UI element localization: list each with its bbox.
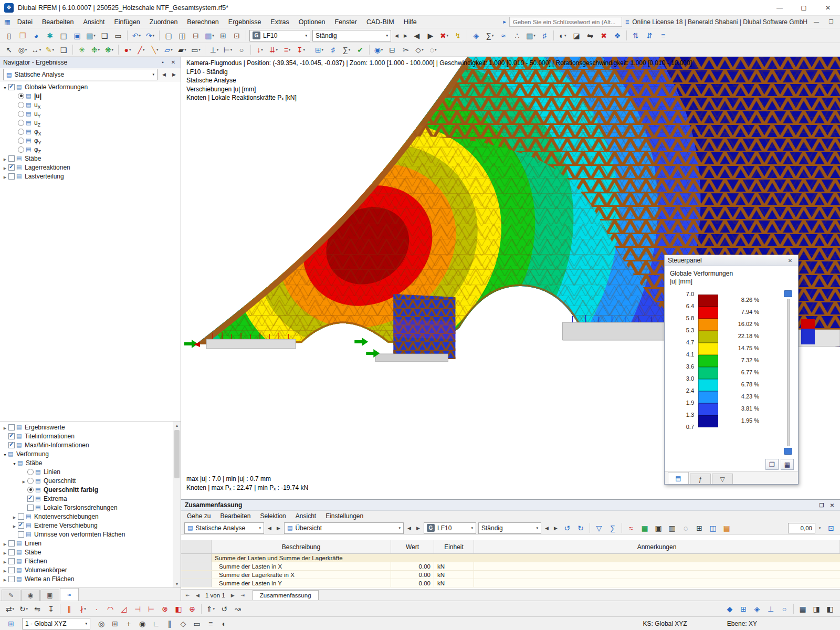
- undo-button[interactable]: ↶: [130, 29, 143, 41]
- tab-filter[interactable]: ▽: [712, 474, 733, 484]
- save-table-button[interactable]: ▣: [652, 522, 665, 534]
- navigator-tab-results[interactable]: ≈: [60, 588, 79, 601]
- close-icon[interactable]: [785, 258, 795, 264]
- render-mode-button[interactable]: ◐: [556, 29, 569, 41]
- panel-toggle-button[interactable]: ◨: [810, 603, 823, 615]
- snap-tangent-button[interactable]: ○: [778, 603, 791, 615]
- dimension-button[interactable]: ↔: [30, 44, 43, 56]
- edit-mode-button[interactable]: ↖: [3, 44, 15, 56]
- color-rows-button[interactable]: ▤: [720, 522, 733, 534]
- print-table-button[interactable]: ▥: [666, 522, 678, 534]
- result-table-button[interactable]: ▦: [524, 29, 537, 41]
- clone-button[interactable]: ❑: [57, 44, 70, 56]
- menu-item[interactable]: Bearbeiten: [37, 17, 78, 27]
- tree-control[interactable]: [27, 469, 34, 475]
- zoom-window-button[interactable]: ◌: [427, 44, 439, 56]
- tree-item-uy[interactable]: uY: [0, 109, 181, 118]
- expander-icon[interactable]: [2, 83, 8, 91]
- tree-control[interactable]: [8, 549, 15, 555]
- tree-control[interactable]: [18, 531, 24, 538]
- scroll-down-icon[interactable]: ▼: [173, 580, 181, 587]
- chamfer-button[interactable]: ◿: [118, 603, 130, 615]
- expander-icon[interactable]: [12, 513, 17, 520]
- tree-control[interactable]: [18, 513, 24, 520]
- summary-menu-item[interactable]: Bearbeiten: [215, 511, 255, 521]
- shadow-button[interactable]: ◪: [570, 29, 583, 41]
- close-button[interactable]: [816, 0, 840, 15]
- column-header[interactable]: Wert: [391, 540, 434, 553]
- paste-button[interactable]: ▭: [112, 29, 124, 41]
- expander-icon[interactable]: [2, 575, 8, 583]
- nodal-load-button[interactable]: ↓: [254, 44, 266, 56]
- summary-menu-item[interactable]: Einstellungen: [321, 511, 368, 521]
- pin-icon[interactable]: ▪: [159, 59, 167, 65]
- summary-menu-item[interactable]: Gehe zu: [182, 511, 215, 521]
- comment-button[interactable]: ✎: [44, 44, 56, 56]
- show-results-button[interactable]: ↯: [452, 29, 464, 41]
- table-row[interactable]: Summe der Lagerkräfte in X 0.00 kN: [181, 571, 840, 579]
- decimal-places-button[interactable]: ∑: [606, 522, 619, 534]
- tab-faktoren[interactable]: ƒ: [690, 474, 711, 484]
- tree-control[interactable]: [18, 522, 24, 529]
- search-input[interactable]: [512, 18, 620, 26]
- ortho-toggle[interactable]: ∟: [150, 617, 162, 629]
- project-button[interactable]: ↧: [45, 603, 57, 615]
- environment-button[interactable]: ❋: [103, 44, 116, 56]
- last-page-button[interactable]: [238, 591, 247, 600]
- tree-control[interactable]: [18, 102, 24, 108]
- render-toggle[interactable]: ◐: [218, 617, 230, 629]
- expander-icon[interactable]: [2, 558, 8, 565]
- member-load-button[interactable]: ⇊: [267, 44, 280, 56]
- insert-node-button[interactable]: ∙: [90, 603, 103, 615]
- mesh-button[interactable]: ⊞: [313, 44, 326, 56]
- table-toggle-button[interactable]: ▦: [796, 603, 809, 615]
- connect-members-button[interactable]: ∥: [63, 603, 76, 615]
- previous-loadcase-arrow[interactable]: [392, 30, 401, 41]
- navigator-tab-display[interactable]: ◉: [21, 590, 40, 601]
- tree-item-phix[interactable]: φX: [0, 127, 181, 136]
- summary-menu-item[interactable]: Selektion: [255, 511, 290, 521]
- tree-control[interactable]: [8, 155, 15, 162]
- snap-settings-button[interactable]: ◎: [16, 44, 29, 56]
- navigator-toggle-button[interactable]: ◧: [824, 603, 836, 615]
- panel-options-button[interactable]: ▦: [781, 459, 794, 470]
- new-model-button[interactable]: ▯: [3, 29, 15, 41]
- menu-item[interactable]: CAD-BIM: [362, 17, 399, 27]
- select-mode-toggle[interactable]: ▭: [191, 617, 203, 629]
- open-model-button[interactable]: ❒: [16, 29, 29, 41]
- tree-item-extreme-verschiebung[interactable]: Extreme Verschiebung: [0, 521, 172, 530]
- tree-item-linien-darstellung[interactable]: Linien: [0, 467, 172, 476]
- printer-button[interactable]: ▥: [85, 29, 97, 41]
- slider-min-handle[interactable]: [784, 448, 792, 455]
- summary-analysis-combo[interactable]: Statische Analyse: [184, 522, 264, 534]
- menu-item[interactable]: Berechnen: [182, 17, 223, 27]
- tree-item-max-min-informationen[interactable]: Max/Min-Informationen: [0, 440, 172, 449]
- child-restore-icon[interactable]: [825, 17, 837, 27]
- tree-item-staebe-anzeige[interactable]: Stäbe: [0, 548, 172, 556]
- expander-icon[interactable]: [2, 155, 8, 162]
- tree-item-linien[interactable]: Linien: [0, 539, 172, 548]
- tree-item-globale-verformungen[interactable]: Globale Verformungen: [0, 82, 181, 91]
- view-split-button[interactable]: ◫: [176, 29, 188, 41]
- tree-item-staebe[interactable]: Stäbe: [0, 154, 181, 163]
- tree-control[interactable]: [18, 111, 24, 117]
- next-table-arrow[interactable]: [274, 522, 283, 533]
- expander-icon[interactable]: [12, 459, 17, 467]
- cancel-button[interactable]: ✖: [597, 29, 610, 41]
- close-icon[interactable]: ✕: [828, 502, 836, 508]
- guidelines-toggle[interactable]: ∥: [163, 617, 176, 629]
- table-section-row[interactable]: Summe der Lasten und Summe der Lagerkräf…: [181, 554, 840, 562]
- tree-control[interactable]: [8, 540, 15, 547]
- terrain-button[interactable]: ❉: [89, 44, 102, 56]
- prev-loadcase-button[interactable]: ◀: [411, 29, 423, 41]
- menu-item[interactable]: Hilfe: [399, 17, 422, 27]
- round-corner-button[interactable]: ◠: [104, 603, 117, 615]
- mesh-settings-button[interactable]: ♯: [327, 44, 339, 56]
- table-settings-button[interactable]: ⊞: [693, 522, 706, 534]
- scrollbar-thumb[interactable]: [174, 430, 180, 478]
- previous-result-arrow[interactable]: [160, 69, 169, 80]
- expander-icon[interactable]: [2, 164, 8, 171]
- summary-view-combo[interactable]: Übersicht: [284, 522, 404, 534]
- section-button[interactable]: ✂: [400, 44, 412, 56]
- tree-item-querschnitt[interactable]: Querschnitt: [0, 476, 172, 485]
